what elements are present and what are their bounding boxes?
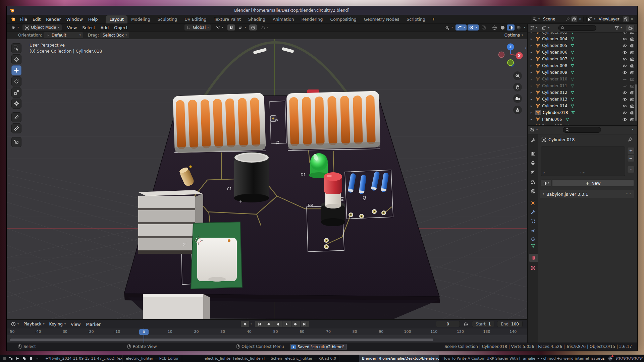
proportional-editing-toggle[interactable]: [249, 24, 257, 31]
camera-off-icon[interactable]: [630, 84, 635, 88]
orientation-dropdown[interactable]: Default ▾: [44, 32, 83, 38]
timeline-ruler[interactable]: -50-40-30-20-101020304050607080901001101…: [7, 328, 527, 335]
camera-icon[interactable]: [630, 104, 635, 108]
shading-dropdown[interactable]: ▾: [524, 26, 525, 29]
remove-slot-button[interactable]: −: [627, 155, 635, 162]
window-list-icon[interactable]: [29, 357, 33, 360]
add-slot-button[interactable]: +: [627, 147, 635, 154]
expand-icon[interactable]: ▸: [544, 171, 545, 174]
camera-off-icon[interactable]: [630, 77, 635, 81]
pin-icon[interactable]: [628, 137, 633, 142]
timeline-scrollbar[interactable]: [10, 339, 433, 341]
new-viewlayer-button[interactable]: [623, 16, 629, 22]
outliner-row[interactable]: ▸Cylinder.003: [528, 33, 637, 36]
properties-tab-view-layer[interactable]: [529, 168, 537, 176]
zoom-button[interactable]: [513, 71, 522, 80]
panel-grip-icon[interactable]: ::::: [626, 192, 631, 196]
properties-search[interactable]: [563, 127, 601, 133]
eye-open-icon[interactable]: [622, 44, 627, 48]
timeline-editor-type-button[interactable]: ▾: [9, 321, 21, 327]
discord-tray-icon[interactable]: [608, 356, 613, 361]
disclosure-triangle-icon[interactable]: ▸: [531, 44, 535, 47]
properties-tab-physics[interactable]: [529, 227, 537, 235]
menu-object[interactable]: Object: [111, 24, 130, 31]
outliner-row[interactable]: ▸Cylinder.009: [528, 69, 637, 76]
close-icon[interactable]: ✕: [579, 17, 582, 21]
sidebar-collapse-icon[interactable]: ‹: [525, 45, 527, 50]
properties-tab-object-data[interactable]: [529, 242, 537, 250]
menu-file[interactable]: File: [17, 16, 30, 22]
outliner-row[interactable]: ▸Cylinder.007: [528, 56, 637, 62]
camera-icon[interactable]: [630, 50, 635, 55]
new-collection-button[interactable]: [626, 25, 635, 32]
camera-icon[interactable]: [630, 70, 635, 75]
jump-to-end-button[interactable]: [301, 321, 309, 327]
outliner-row[interactable]: ▸Cylinder.005: [528, 42, 637, 49]
browse-material-button[interactable]: ▾: [541, 179, 551, 187]
shading-wireframe-button[interactable]: [491, 24, 498, 31]
properties-tab-material[interactable]: [529, 254, 538, 262]
tool-annotate[interactable]: [11, 112, 21, 122]
disclosure-triangle-icon[interactable]: ▸: [531, 84, 535, 87]
menu-tl-view[interactable]: View: [68, 321, 84, 327]
outliner-scrollbar[interactable]: [635, 84, 637, 121]
menu-marker[interactable]: Marker: [84, 321, 103, 327]
tool-scale[interactable]: [11, 87, 21, 98]
viewlayer-selector[interactable]: ▾ ViewLayer ✕: [586, 16, 635, 22]
camera-icon[interactable]: [630, 111, 635, 115]
mode-selector[interactable]: Object Mode ▾: [22, 24, 62, 31]
taskbar-window-button[interactable]: Blender [/home/amalie/Desktop/blender/ci…: [359, 355, 439, 362]
gizmo-axis-neg-x[interactable]: [499, 52, 504, 58]
menu-help[interactable]: Help: [86, 16, 101, 22]
pan-hand-button[interactable]: [513, 83, 522, 92]
object-type-visibility-button[interactable]: ▾: [443, 24, 454, 31]
snap-toggle[interactable]: [227, 24, 235, 31]
properties-tab-modifiers[interactable]: [529, 208, 537, 216]
menu-edit[interactable]: Edit: [30, 16, 43, 22]
auto-keying-button[interactable]: [241, 321, 249, 327]
eye-open-icon[interactable]: [622, 97, 627, 102]
prev-keyframe-button[interactable]: [264, 321, 273, 327]
disclosure-triangle-icon[interactable]: ▸: [531, 64, 535, 67]
taskbar-window-button[interactable]: amalie ~ {chmod +x weird-internet-issues…: [520, 355, 600, 362]
properties-tab-object[interactable]: [529, 199, 537, 207]
material-slots-list[interactable]: ▸ ::::: [541, 146, 625, 176]
disclosure-triangle-icon[interactable]: ▸: [531, 57, 535, 61]
camera-icon[interactable]: [630, 37, 635, 41]
menu-add[interactable]: Add: [98, 24, 111, 31]
taskbar-window-button[interactable]: electric_lighter [electric_lighter/] — S…: [202, 355, 282, 362]
disclosure-triangle-icon[interactable]: ▸: [531, 51, 535, 54]
window-list-icon[interactable]: [22, 357, 26, 360]
properties-tab-tool[interactable]: [529, 136, 537, 144]
workspace-tab-shading[interactable]: Shading: [245, 15, 269, 23]
new-scene-button[interactable]: [571, 16, 577, 22]
workspace-tab-modeling[interactable]: Modeling: [127, 15, 154, 23]
camera-off-icon[interactable]: [630, 124, 635, 125]
eye-open-icon[interactable]: [622, 70, 627, 75]
tool-add-cube[interactable]: [11, 137, 21, 147]
camera-icon[interactable]: [630, 33, 635, 35]
workspace-tab-rendering[interactable]: Rendering: [298, 15, 327, 23]
properties-tab-scene[interactable]: [529, 178, 537, 186]
snap-target-button[interactable]: ▾: [213, 24, 225, 31]
properties-tab-texture[interactable]: [529, 264, 537, 272]
addon-panel-header[interactable]: ▾ Babylon.js ver 3.3.1 ::::: [540, 190, 634, 198]
current-frame-indicator[interactable]: 0: [139, 329, 149, 335]
eye-closed-icon[interactable]: [622, 77, 627, 81]
options-button[interactable]: Options ▾: [502, 32, 525, 38]
outliner-row[interactable]: ▸Cylinder.013: [528, 96, 637, 103]
window-list-icon[interactable]: [16, 357, 19, 360]
properties-options-dropdown[interactable]: ▾: [632, 128, 633, 131]
gizmo-axis-y[interactable]: [507, 60, 514, 66]
menu-window[interactable]: Window: [64, 16, 86, 22]
eye-open-icon[interactable]: [622, 33, 627, 35]
workspace-tab-layout[interactable]: Layout: [106, 15, 127, 23]
start-frame-field[interactable]: Start1: [472, 321, 494, 327]
eye-closed-icon[interactable]: [622, 84, 627, 88]
workspace-tab-compositing[interactable]: Compositing: [326, 15, 360, 23]
tool-measure[interactable]: [11, 123, 21, 133]
properties-tab-output[interactable]: [529, 159, 537, 167]
camera-icon[interactable]: [630, 97, 635, 102]
workspace-tab-animation[interactable]: Animation: [269, 15, 298, 23]
resize-grip-icon[interactable]: ::::: [580, 171, 586, 175]
